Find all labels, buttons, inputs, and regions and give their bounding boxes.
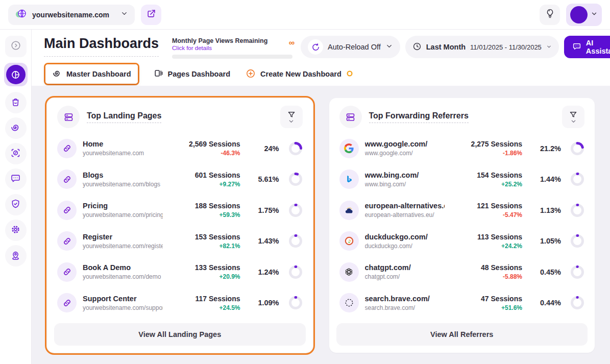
item-change: +20.9% <box>169 273 240 280</box>
card-wrapper: Top Forwarding Referrers www.google.com/… <box>327 96 597 355</box>
list-item[interactable]: Pricing yourwebsitename.com/pricing 188 … <box>57 196 303 225</box>
google-favicon-icon <box>339 139 359 158</box>
item-change: +24.2% <box>451 242 522 250</box>
card-title[interactable]: Top Forwarding Referrers <box>369 111 469 123</box>
item-url: search.brave.com/ <box>365 304 445 311</box>
item-url: www.google.com/ <box>365 150 445 157</box>
filter-button[interactable] <box>280 106 303 128</box>
sidebar <box>0 30 32 364</box>
rows: Home yourwebsitename.com 2,569 Sessions … <box>47 132 313 319</box>
item-percent: 1.43% <box>248 237 279 245</box>
avatar <box>570 6 588 23</box>
item-sessions: 601 Sessions <box>169 171 240 179</box>
item-percent: 1.44% <box>529 175 561 183</box>
sidebar-toggle-button[interactable] <box>5 36 27 57</box>
infinity-value: ∞ <box>289 39 295 47</box>
item-percent: 1.75% <box>248 206 279 214</box>
item-change: -46.3% <box>169 150 240 157</box>
sidebar-item-ecommerce[interactable] <box>5 92 27 113</box>
list-item[interactable]: www.google.com/ www.google.com/ 2,275 Se… <box>339 134 585 163</box>
website-selector[interactable]: yourwebsitename.com <box>8 5 135 25</box>
donut-chart-icon <box>288 203 303 217</box>
tab-pages-dashboard[interactable]: Pages Dashboard <box>153 64 232 84</box>
item-name: chatgpt.com/ <box>365 263 445 272</box>
plus-circle-icon <box>246 68 256 80</box>
donut-chart-icon <box>288 172 303 186</box>
item-name: Register <box>83 233 163 241</box>
item-url: yourwebsitename.com/demo <box>83 273 163 280</box>
donut-chart-icon <box>570 265 584 279</box>
top-forwarding-referrers-card: Top Forwarding Referrers www.google.com/… <box>329 98 595 353</box>
quota-details-link[interactable]: Click for details <box>172 45 212 51</box>
item-name: Support Center <box>83 295 163 303</box>
list-item[interactable]: duckduckgo.com/ duckduckgo.com/ 113 Sess… <box>339 226 585 256</box>
list-item[interactable]: Home yourwebsitename.com 2,569 Sessions … <box>57 134 303 163</box>
item-name: Blogs <box>83 171 163 179</box>
sidebar-item-settings[interactable] <box>5 220 27 241</box>
list-item[interactable]: chatgpt.com/ chatgpt.com/ 48 Sessions -5… <box>339 257 585 287</box>
list-item[interactable]: european-alternatives.eu/ european-alter… <box>339 196 585 225</box>
link-favicon-icon <box>57 169 77 189</box>
sidebar-item-privacy[interactable] <box>5 194 27 215</box>
card-title[interactable]: Top Landing Pages <box>87 111 161 123</box>
donut-chart-icon <box>570 172 584 186</box>
item-url: chatgpt.com/ <box>365 273 445 280</box>
tab-create-new-dashboard[interactable]: Create New Dashboard <box>245 64 354 84</box>
item-change: +59.3% <box>169 211 240 219</box>
sidebar-item-feedback[interactable] <box>5 168 27 190</box>
sidebar-item-visitor-location[interactable] <box>5 245 27 266</box>
chevron-down-icon <box>288 119 294 124</box>
open-website-button[interactable] <box>141 5 161 25</box>
item-sessions: 188 Sessions <box>169 202 240 210</box>
view-all-button[interactable]: View All Landing Pages <box>54 323 306 346</box>
account-menu[interactable] <box>566 4 602 26</box>
gear-icon <box>10 224 21 237</box>
filter-button[interactable] <box>562 106 584 128</box>
spiral-icon <box>10 122 21 135</box>
item-change: +24.5% <box>169 304 240 311</box>
list-item[interactable]: Register yourwebsitename.com/register 15… <box>57 226 303 256</box>
item-url: yourwebsitename.com/pricing <box>83 211 163 219</box>
refresh-icon <box>308 39 323 55</box>
list-item[interactable]: Support Center yourwebsitename.com/suppo… <box>57 288 303 318</box>
list-item[interactable]: Blogs yourwebsitename.com/blogs 601 Sess… <box>57 164 303 194</box>
table-rows-icon <box>339 106 362 128</box>
dashboards-icon <box>6 65 26 84</box>
item-name: european-alternatives.eu/ <box>365 202 445 210</box>
list-item[interactable]: search.brave.com/ search.brave.com/ 47 S… <box>339 288 585 318</box>
sidebar-item-dashboards[interactable] <box>4 63 28 86</box>
placeholder-favicon-icon <box>339 293 359 312</box>
table-rows-icon <box>57 106 80 128</box>
list-item[interactable]: www.bing.com/ www.bing.com/ 154 Sessions… <box>339 164 585 194</box>
item-change: +25.2% <box>451 181 522 188</box>
sidebar-item-behavior[interactable] <box>5 143 27 164</box>
donut-chart-icon <box>570 296 584 310</box>
link-favicon-icon <box>57 201 77 220</box>
rows: www.google.com/ www.google.com/ 2,275 Se… <box>329 132 595 319</box>
chevron-down-icon <box>120 10 128 19</box>
item-name: www.google.com/ <box>365 140 445 148</box>
bing-favicon-icon <box>339 169 359 189</box>
item-percent: 1.05% <box>529 237 561 245</box>
ideas-button[interactable] <box>540 5 560 25</box>
tab-master-dashboard[interactable]: Master Dashboard <box>45 64 138 84</box>
date-range-picker[interactable]: Last Month 11/01/2025 - 11/30/2025 <box>405 36 559 58</box>
ai-assistant-button[interactable]: AI Assistant <box>564 36 610 58</box>
item-name: Pricing <box>83 202 163 210</box>
auto-reload-label: Auto-Reload Off <box>328 43 381 51</box>
item-sessions: 2,275 Sessions <box>451 140 522 148</box>
top-landing-pages-card: Top Landing Pages Home yourwebsitename.c… <box>47 98 313 353</box>
donut-chart-icon <box>288 265 303 279</box>
auto-reload-dropdown[interactable]: Auto-Reload Off <box>301 36 400 58</box>
view-all-button[interactable]: View All Referrers <box>336 323 588 346</box>
sidebar-item-journeys[interactable] <box>5 117 27 139</box>
quota-label: Monthly Page Views Remaining <box>172 37 292 44</box>
item-sessions: 133 Sessions <box>169 263 240 272</box>
donut-chart-icon <box>570 203 584 217</box>
expand-sidebar-icon <box>10 40 21 53</box>
item-sessions: 113 Sessions <box>451 233 522 241</box>
link-favicon-icon <box>57 262 77 282</box>
list-item[interactable]: Book A Demo yourwebsitename.com/demo 133… <box>57 257 303 287</box>
duckduckgo-favicon-icon <box>339 231 359 251</box>
donut-chart-icon <box>570 141 584 156</box>
